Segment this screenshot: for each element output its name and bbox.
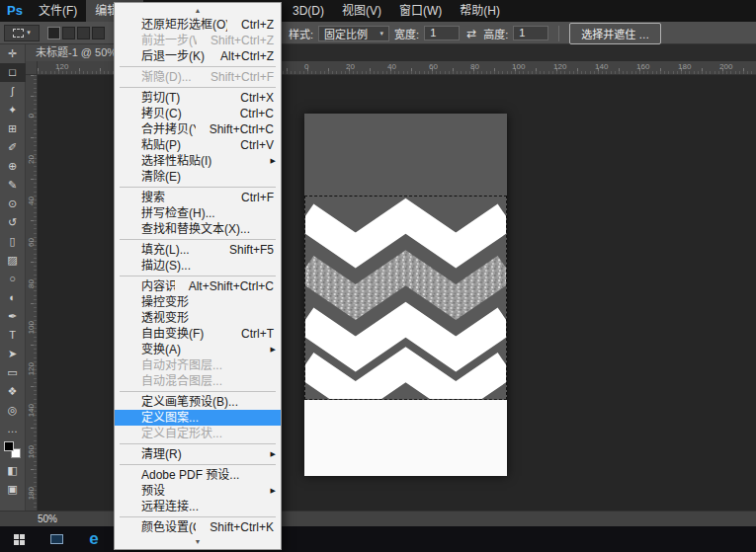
menubar-item[interactable]: 3D(D) [284, 0, 333, 22]
move-tool[interactable]: ✛ [0, 44, 26, 63]
color-swatches[interactable] [4, 441, 21, 458]
style-value: 固定比例 [324, 26, 368, 41]
vertical-ruler[interactable]: 020406080100120140160180 [26, 75, 38, 511]
menu-item[interactable]: 定义画笔预设(B)... [115, 394, 281, 410]
menu-item[interactable]: 透视变形 [115, 310, 281, 326]
clone-stamp-tool[interactable]: ⊙ [0, 195, 26, 213]
menu-item[interactable]: Adobe PDF 预设... [115, 467, 281, 483]
spot-healing-tool[interactable]: ⊕ [0, 157, 26, 176]
menu-scroll-up[interactable]: ▲ [115, 4, 281, 17]
history-brush-tool[interactable]: ↺ [0, 213, 26, 232]
marquee-tool-icon [13, 29, 24, 38]
lasso-tool[interactable]: ʃ [0, 82, 26, 101]
options-right-group: 样式: 固定比例 ▾ 宽度: 1 ⇄ 高度: 1 选择并遮住 … [289, 22, 661, 44]
menu-item[interactable]: 自由变换(F)Ctrl+T [115, 326, 281, 342]
ruler-number: 0 [27, 114, 36, 118]
rectangle-shape-tool[interactable]: ▭ [0, 363, 26, 382]
edit-toolbar-tool[interactable]: … [0, 420, 26, 438]
menu-item[interactable]: 变换(A)▶ [115, 342, 281, 357]
chevron-down-icon: ▾ [27, 29, 31, 37]
style-select[interactable]: 固定比例 ▾ [318, 26, 389, 41]
ruler-number: 120 [553, 62, 566, 71]
menu-item-label: 定义自定形状... [141, 426, 274, 441]
menu-item-shortcut: Ctrl+X [240, 90, 274, 106]
menu-item[interactable]: 粘贴(P)Ctrl+V [115, 137, 281, 153]
menu-item[interactable]: 描边(S)... [115, 258, 281, 274]
ruler-number: 100 [27, 321, 36, 334]
menu-item[interactable]: 内容识别缩放Alt+Shift+Ctrl+C [115, 278, 281, 294]
swap-width-height-icon[interactable]: ⇄ [464, 27, 478, 40]
menu-item[interactable]: 远程连接... [115, 499, 281, 514]
menu-item-label: 拼写检查(H)... [141, 205, 274, 221]
rectangular-marquee-tool[interactable]: □ [0, 63, 26, 82]
crop-tool[interactable]: ⊞ [0, 119, 26, 138]
path-selection-tool[interactable]: ➤ [0, 345, 26, 363]
width-input[interactable]: 1 [424, 26, 460, 40]
menu-item[interactable]: 定义图案... [115, 410, 281, 426]
menu-item[interactable]: 操控变形 [115, 294, 281, 310]
menu-separator [120, 391, 276, 392]
menu-item[interactable]: 清理(R)▶ [115, 446, 281, 462]
height-input[interactable]: 1 [513, 26, 548, 40]
menu-item[interactable]: 拷贝(C)Ctrl+C [115, 106, 281, 121]
menu-item-label: 合并拷贝(Y) [141, 121, 196, 137]
menu-item-shortcut: Ctrl+C [240, 106, 274, 121]
ruler-number: 120 [27, 362, 36, 375]
menu-item-label: 查找和替换文本(X)... [141, 221, 274, 237]
menu-item[interactable]: 拼写检查(H)... [115, 205, 281, 221]
tool-preset-dropdown[interactable]: ▾ [4, 25, 40, 41]
menu-item[interactable]: 选择性粘贴(I)▶ [115, 153, 281, 169]
menu-item[interactable]: 查找和替换文本(X)... [115, 221, 281, 237]
start-button[interactable] [0, 526, 38, 552]
foreground-color-swatch[interactable] [4, 441, 14, 451]
pen-tool[interactable]: ✒ [0, 307, 26, 326]
menubar-item[interactable]: 帮助(H) [451, 0, 509, 22]
menu-item[interactable]: 清除(E) [115, 169, 281, 185]
subtract-from-selection-button[interactable] [77, 27, 90, 39]
menu-item[interactable]: 搜索Ctrl+F [115, 190, 281, 205]
menu-item[interactable]: 剪切(T)Ctrl+X [115, 90, 281, 106]
document[interactable] [304, 114, 507, 476]
eraser-tool[interactable]: ▯ [0, 232, 26, 251]
edit-menu-dropdown: ▲ 还原矩形选框(O)Ctrl+Z前进一步(W)Shift+Ctrl+Z后退一步… [114, 2, 282, 550]
menu-item-label: 变换(A) [141, 342, 274, 357]
new-selection-button[interactable] [47, 27, 60, 39]
ruler-number: 60 [429, 62, 438, 71]
dodge-tool[interactable]: ◐ [0, 288, 26, 307]
menu-item[interactable]: 还原矩形选框(O)Ctrl+Z [115, 17, 281, 33]
select-and-mask-button[interactable]: 选择并遮住 … [569, 23, 661, 44]
eyedropper-tool[interactable]: ✐ [0, 138, 26, 157]
menu-scroll-down[interactable]: ▼ [115, 535, 281, 548]
menubar-item[interactable]: 视图(V) [333, 0, 390, 22]
menu-item[interactable]: 颜色设置(G)...Shift+Ctrl+K [115, 519, 281, 535]
menu-item-label: 定义图案... [141, 410, 274, 426]
intersect-selection-button[interactable] [92, 27, 105, 39]
ruler-number: 180 [27, 487, 36, 500]
add-to-selection-button[interactable] [62, 27, 75, 39]
windows-logo-icon [14, 534, 25, 545]
quick-mask-tool[interactable]: ◧ [0, 461, 26, 480]
hand-tool[interactable]: ❖ [0, 382, 26, 401]
type-tool[interactable]: T [0, 326, 26, 345]
task-view-button[interactable] [38, 526, 75, 552]
zoom-level[interactable]: 50% [38, 513, 57, 524]
menu-item[interactable]: 后退一步(K)Alt+Ctrl+Z [115, 48, 281, 64]
gradient-tool[interactable]: ▨ [0, 251, 26, 270]
brush-tool[interactable]: ✎ [0, 176, 26, 195]
menu-item[interactable]: 填充(L)...Shift+F5 [115, 242, 281, 258]
height-label: 高度: [483, 26, 508, 41]
edge-browser-button[interactable]: e [75, 526, 113, 552]
menu-separator [120, 239, 276, 240]
menu-item[interactable]: 合并拷贝(Y)Shift+Ctrl+C [115, 121, 281, 137]
menu-item-label: 描边(S)... [141, 258, 274, 274]
menubar-item[interactable]: 文件(F) [30, 0, 86, 22]
menubar-item[interactable]: 窗口(W) [390, 0, 451, 22]
blur-tool[interactable]: ○ [0, 270, 26, 288]
ruler-number: 20 [27, 155, 36, 164]
menu-item[interactable]: 预设▶ [115, 483, 281, 499]
zoom-tool[interactable]: ◎ [0, 401, 26, 420]
menu-item-shortcut: Ctrl+T [241, 326, 274, 342]
quick-selection-tool[interactable]: ✦ [0, 101, 26, 119]
screen-mode-tool[interactable]: ▣ [0, 480, 26, 499]
menu-item: 自动混合图层... [115, 373, 281, 389]
